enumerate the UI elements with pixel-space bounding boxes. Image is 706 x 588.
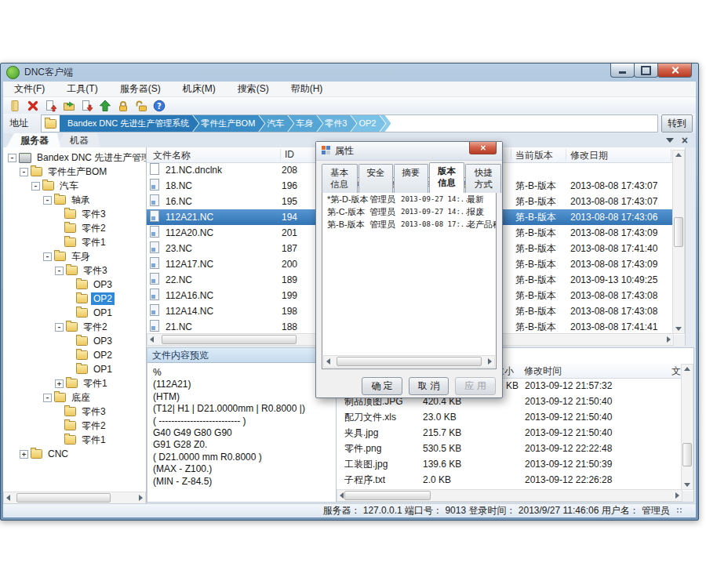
tab-servers[interactable]: 服务器 — [6, 133, 60, 147]
scroll-right-icon[interactable] — [675, 492, 679, 499]
expander-icon[interactable]: - — [43, 394, 52, 402]
tree-item[interactable]: -车身 — [3, 249, 146, 263]
attachment-row[interactable]: 工装图.jpg139.6 KB2013-09-12 21:50:39 — [337, 456, 682, 472]
col-version[interactable]: 当前版本 — [515, 149, 553, 162]
tree-item[interactable]: OP3 — [3, 278, 146, 292]
scroll-left-icon[interactable] — [150, 336, 154, 343]
dialog-tab[interactable]: 安全 — [358, 164, 393, 193]
tree-item[interactable]: OP3 — [3, 334, 146, 348]
scroll-thumb[interactable] — [337, 357, 482, 366]
breadcrumb-segment[interactable]: 零件3 — [317, 115, 356, 132]
minimize-button[interactable] — [610, 64, 635, 78]
scroll-up-icon[interactable] — [675, 153, 682, 157]
expander-icon[interactable]: - — [55, 267, 64, 275]
close-button[interactable] — [657, 64, 692, 78]
lock-icon[interactable] — [115, 99, 131, 113]
tree-hscrollbar[interactable] — [3, 492, 146, 504]
maximize-button[interactable] — [634, 64, 658, 78]
tree-item[interactable]: -轴承 — [3, 193, 146, 207]
version-list-hscrollbar[interactable] — [323, 355, 495, 368]
expander-icon[interactable]: + — [20, 450, 28, 459]
scroll-down-icon[interactable] — [684, 483, 690, 487]
dialog-tab[interactable]: 版本信息 — [429, 162, 465, 193]
menu-item[interactable]: 工具(T) — [59, 82, 105, 97]
col-date[interactable]: 修改日期 — [570, 149, 608, 162]
expander-icon[interactable]: - — [31, 182, 40, 191]
scroll-up-icon[interactable] — [684, 367, 690, 371]
tree-item[interactable]: 零件3 — [3, 207, 146, 221]
scroll-left-icon[interactable] — [326, 358, 330, 365]
new-file-icon[interactable] — [7, 99, 23, 113]
tree-item[interactable]: -零件3 — [3, 263, 146, 278]
expander-icon[interactable]: - — [55, 323, 64, 332]
tree-item[interactable]: 零件2 — [3, 221, 146, 235]
tree-item[interactable]: -零件生产BOM — [3, 165, 146, 179]
scroll-thumb[interactable] — [682, 443, 692, 466]
breadcrumb-segment[interactable]: 零件生产BOM — [193, 115, 264, 132]
scroll-right-icon[interactable] — [139, 495, 143, 501]
expander-icon[interactable]: + — [55, 379, 64, 388]
go-button[interactable]: 转到 — [661, 114, 693, 132]
menu-item[interactable]: 机床(M) — [175, 82, 224, 97]
attachment-row[interactable]: 夹具.jpg215.7 KB2013-09-12 21:50:40 — [337, 425, 682, 441]
tree-item[interactable]: 零件1 — [3, 433, 146, 447]
tree-item[interactable]: 零件3 — [3, 405, 146, 419]
expander-icon[interactable]: - — [43, 196, 52, 205]
check-out-icon[interactable] — [79, 99, 95, 113]
scroll-thumb[interactable] — [16, 493, 111, 503]
cancel-button[interactable]: 取 消 — [409, 377, 449, 395]
tree-item[interactable]: -汽车 — [3, 179, 146, 193]
check-in-icon[interactable] — [43, 99, 59, 113]
dialog-close-button[interactable] — [469, 142, 497, 154]
attachment-row[interactable]: 零件.png530.5 KB2013-09-12 22:22:48 — [337, 441, 682, 456]
tree-item[interactable]: +零件1 — [3, 376, 146, 390]
tree-item[interactable]: +CNC — [3, 447, 146, 461]
version-row[interactable]: *第-D-版本管理员2013-09-27 14:...最新 — [322, 193, 496, 205]
col-filename[interactable]: 文件名称 — [153, 149, 191, 162]
tree-item[interactable]: OP2 — [3, 348, 146, 362]
dialog-tab[interactable]: 快捷方式 — [465, 164, 501, 193]
open-folder-icon[interactable] — [61, 99, 77, 113]
version-row[interactable]: 第-C-版本管理员2013-09-27 14:...报废 — [322, 205, 496, 218]
titlebar[interactable]: DNC客户端 — [1, 64, 698, 82]
address-field[interactable]: Bandex DNC 先进生产管理系统零件生产BOM汽车车身零件3OP2 — [41, 114, 658, 132]
upload-icon[interactable] — [97, 99, 113, 113]
expander-icon[interactable]: - — [8, 154, 16, 162]
file-list-vscrollbar[interactable] — [672, 150, 685, 334]
menu-item[interactable]: 服务器(S) — [112, 82, 169, 97]
attachments-hscrollbar[interactable] — [337, 489, 682, 502]
attachment-row[interactable]: 配刀文件.xls23.0 KB2013-09-12 21:50:40 — [337, 409, 682, 425]
scroll-left-icon[interactable] — [340, 492, 344, 499]
tree-item[interactable]: OP1 — [3, 362, 146, 376]
tree-item[interactable]: -Bandex DNC 先进生产管理系统 — [3, 151, 146, 165]
col-id[interactable]: ID — [285, 149, 294, 160]
dialog-tab[interactable]: 摘要 — [394, 164, 428, 193]
scroll-left-icon[interactable] — [6, 495, 10, 501]
tree-item[interactable]: 零件2 — [3, 419, 146, 433]
unlock-icon[interactable] — [133, 99, 149, 113]
resize-grip[interactable] — [676, 507, 683, 514]
tree-item[interactable]: OP2 — [3, 292, 146, 306]
help-icon[interactable]: ? — [151, 99, 167, 113]
version-row[interactable]: 第-B-版本管理员2013-08-08 17:...老产品程序 — [322, 218, 496, 230]
scroll-down-icon[interactable] — [675, 327, 682, 331]
tab-machines[interactable]: 机器 — [56, 133, 100, 147]
scroll-thumb[interactable] — [162, 335, 297, 344]
scroll-thumb[interactable] — [344, 491, 431, 500]
scroll-right-icon[interactable] — [667, 336, 671, 343]
menu-item[interactable]: 搜索(S) — [230, 82, 277, 97]
col-mtime[interactable]: 修改时间 — [524, 365, 562, 378]
dialog-titlebar[interactable]: 属性 — [316, 142, 502, 161]
delete-icon[interactable] — [25, 99, 41, 113]
expander-icon[interactable]: - — [43, 252, 52, 261]
scroll-right-icon[interactable] — [488, 358, 492, 365]
ok-button[interactable]: 确 定 — [362, 377, 402, 395]
tree-item[interactable]: -零件2 — [3, 320, 146, 334]
tree-item[interactable]: 零件1 — [3, 235, 146, 249]
tree-item[interactable]: -底座 — [3, 390, 146, 405]
menu-item[interactable]: 文件(F) — [6, 82, 53, 97]
menu-item[interactable]: 帮助(H) — [283, 82, 331, 97]
pane-close-icon[interactable]: × — [682, 136, 688, 145]
scroll-thumb[interactable] — [674, 217, 683, 247]
pane-menu-icon[interactable] — [666, 138, 674, 143]
